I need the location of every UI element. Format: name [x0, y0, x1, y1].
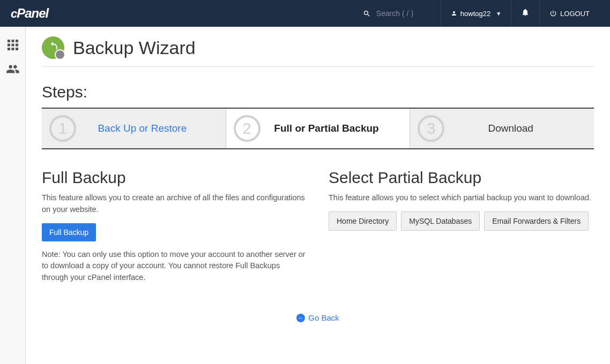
users-icon: [6, 62, 20, 76]
full-backup-heading: Full Backup: [42, 169, 307, 187]
svg-rect-5: [16, 44, 18, 47]
partial-backup-section: Select Partial Backup This feature allow…: [329, 169, 594, 291]
step-1[interactable]: 1 Back Up or Restore: [42, 109, 226, 148]
sidebar-users[interactable]: [0, 57, 25, 81]
go-back-wrap: ← Go Back: [42, 313, 594, 323]
chevron-down-icon: ▼: [496, 11, 501, 17]
go-back-link[interactable]: ← Go Back: [296, 313, 339, 322]
svg-rect-3: [8, 44, 10, 47]
cpanel-logo[interactable]: ccPanelPanel: [11, 6, 48, 21]
backup-wizard-icon: [42, 36, 64, 59]
partial-backup-desc: This feature allows you to select which …: [329, 192, 594, 204]
search-icon: [363, 10, 371, 18]
step-2: 2 Full or Partial Backup: [226, 109, 411, 148]
grid-icon: [6, 39, 19, 51]
page-header: Backup Wizard: [42, 36, 594, 67]
steps-heading: Steps:: [42, 83, 594, 101]
step-label-2: Full or Partial Backup: [272, 123, 403, 134]
full-backup-desc: This feature allows you to create an arc…: [42, 192, 307, 216]
steps-row: 1 Back Up or Restore 2 Full or Partial B…: [42, 108, 594, 149]
footer: cPanelcPanel 68.0.37 Home Trademarks Doc…: [42, 360, 594, 364]
topbar: ccPanelPanel howtog22 ▼ LOGOUT: [0, 0, 610, 27]
svg-rect-7: [11, 48, 14, 50]
svg-rect-2: [16, 40, 18, 42]
user-icon: [451, 10, 457, 17]
sidebar: [0, 27, 26, 364]
step-num-3: 3: [418, 115, 444, 142]
svg-rect-8: [16, 48, 18, 50]
sidebar-apps[interactable]: [0, 33, 25, 57]
svg-rect-4: [11, 44, 14, 47]
step-num-1: 1: [49, 115, 76, 142]
full-backup-section: Full Backup This feature allows you to c…: [42, 169, 307, 291]
full-backup-note: Note: You can only use this option to mo…: [42, 249, 307, 284]
home-directory-button[interactable]: Home Directory: [329, 211, 397, 231]
bell-icon: [521, 8, 530, 17]
step-3: 3 Download: [410, 109, 594, 148]
step-label-3: Download: [456, 123, 586, 134]
search-wrap[interactable]: [352, 9, 441, 18]
svg-rect-1: [11, 40, 14, 42]
user-menu[interactable]: howtog22 ▼: [441, 10, 511, 18]
email-forwarders-button[interactable]: Email Forwarders & Filters: [484, 211, 589, 231]
partial-backup-heading: Select Partial Backup: [329, 169, 594, 187]
step-label-1: Back Up or Restore: [88, 123, 218, 134]
notifications-button[interactable]: [511, 8, 539, 19]
full-backup-button[interactable]: Full Backup: [42, 223, 96, 241]
search-input[interactable]: [376, 9, 430, 18]
svg-rect-0: [8, 40, 10, 42]
svg-rect-6: [8, 48, 10, 50]
mysql-databases-button[interactable]: MySQL Databases: [401, 211, 480, 231]
main-content: Backup Wizard Steps: 1 Back Up or Restor…: [26, 27, 610, 364]
page-title: Backup Wizard: [73, 37, 196, 58]
arrow-left-icon: ←: [296, 314, 305, 322]
username: howtog22: [460, 10, 490, 18]
step-num-2: 2: [234, 115, 261, 142]
logout-button[interactable]: LOGOUT: [540, 10, 599, 18]
logout-icon: [549, 10, 557, 17]
